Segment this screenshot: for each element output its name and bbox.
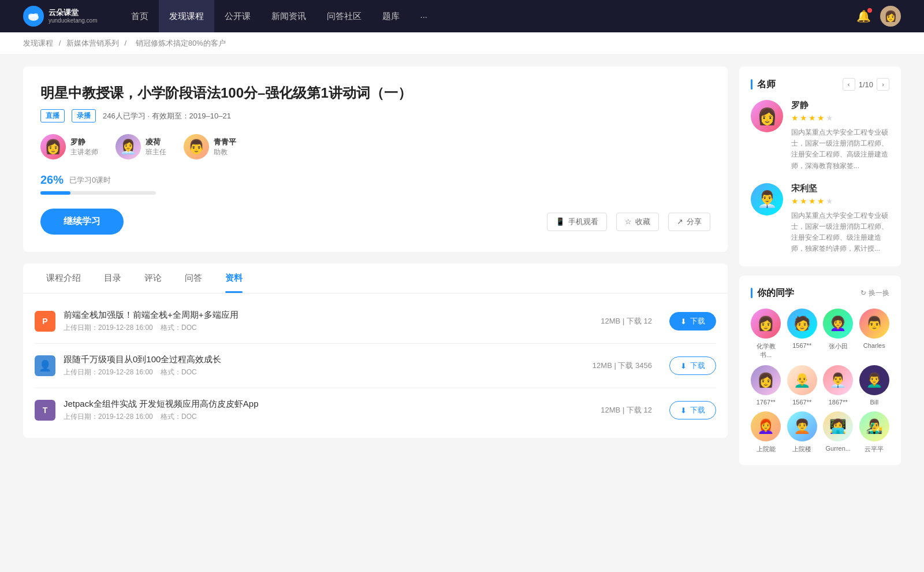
continue-button[interactable]: 继续学习 (40, 209, 124, 235)
progress-note: 已学习0课时 (69, 175, 111, 185)
teacher-1-role: 班主任 (146, 147, 166, 157)
sidebar-teacher-0-avatar: 👩 (751, 100, 783, 132)
breadcrumb-series[interactable]: 新媒体营销系列 (66, 39, 119, 47)
student-1: 🧑 1567** (787, 309, 818, 359)
refresh-icon: ↻ (860, 289, 866, 297)
star-icon: ☆ (625, 217, 632, 226)
pagination: ‹ 1/10 › (843, 78, 889, 91)
teacher-2: 👨 青青平 助教 (184, 134, 236, 159)
breadcrumb-discover[interactable]: 发现课程 (23, 39, 53, 47)
progress-section: 26% 已学习0课时 (40, 173, 710, 195)
nav-discover[interactable]: 发现课程 (159, 0, 214, 32)
student-5-avatar: 👨‍🦲 (787, 365, 817, 395)
file-list: P 前端全栈加强版！前端全栈+全周期+多端应用 上传日期：2019-12-28 … (23, 294, 728, 438)
share-icon: ↗ (677, 217, 683, 226)
main-layout: 明星中教授课，小学阶段语法100分–强化级第1讲动词（一） 直播 录播 246人… (0, 55, 924, 486)
student-11: 👨‍🎤 云平平 (859, 411, 890, 454)
file-name-1: 跟随千万级项目从0到100全过程高效成长 (64, 354, 584, 365)
tabs-card: 课程介绍 目录 评论 问答 资料 P 前端全栈加强版！前端全栈+全周期+多端应用… (23, 263, 728, 438)
student-1-name: 1567** (792, 342, 811, 349)
breadcrumb: 发现课程 / 新媒体营销系列 / 销冠修炼术搞定80%的客户 (0, 32, 924, 55)
download-button-0[interactable]: ⬇ 下载 (669, 312, 716, 330)
teacher-0-name: 罗静 (70, 137, 98, 147)
next-page-btn[interactable]: › (877, 78, 889, 91)
student-8: 👩‍🦰 上院能 (751, 411, 781, 454)
student-0-name: 化学教书... (751, 342, 781, 359)
teacher-2-name: 青青平 (214, 137, 236, 147)
teacher-1-avatar: 👩‍💼 (116, 134, 141, 159)
file-size-1: 12MB | 下载 3456 (593, 361, 652, 371)
progress-bar-fill (40, 191, 70, 195)
nav-items: 首页 发现课程 公开课 新闻资讯 问答社区 题库 ··· (121, 0, 856, 32)
nav-more[interactable]: ··· (410, 0, 438, 32)
file-name-0: 前端全栈加强版！前端全栈+全周期+多端应用 (64, 310, 593, 321)
student-9: 🧑‍🦱 上院楼 (787, 411, 818, 454)
badge-record: 录播 (72, 109, 96, 122)
student-6-name: 1867** (829, 399, 848, 406)
notification-dot (867, 8, 872, 13)
svg-point-1 (28, 14, 34, 18)
download-button-2[interactable]: ⬇ 下载 (669, 401, 716, 419)
collect-button[interactable]: ☆ 收藏 (616, 213, 659, 231)
nav-news[interactable]: 新闻资讯 (261, 0, 316, 32)
notification-bell[interactable]: 🔔 (856, 9, 871, 23)
mobile-watch-button[interactable]: 📱 手机观看 (547, 213, 607, 231)
teacher-0-role: 主讲老师 (70, 147, 98, 157)
students-sidebar-card: 你的同学 ↻ 换一换 👩 化学教书... 🧑 1567** 👩‍🦱 (739, 276, 901, 465)
nav-qa[interactable]: 问答社区 (316, 0, 372, 32)
student-6: 👨‍💼 1867** (823, 365, 854, 406)
student-9-avatar: 🧑‍🦱 (787, 411, 817, 441)
tab-materials[interactable]: 资料 (214, 263, 254, 293)
student-4-avatar: 👩 (751, 365, 781, 395)
breadcrumb-current: 销冠修炼术搞定80%的客户 (136, 39, 226, 47)
file-size-2: 12MB | 下载 12 (601, 405, 652, 415)
course-students: 246人已学习 · 有效期至：2019–10–21 (103, 111, 231, 121)
download-icon-0: ⬇ (680, 317, 687, 326)
student-9-name: 上院楼 (792, 445, 811, 454)
course-meta: 直播 录播 246人已学习 · 有效期至：2019–10–21 (40, 109, 710, 122)
logo-sub: yunduoketang.com (49, 17, 98, 24)
course-actions: 继续学习 📱 手机观看 ☆ 收藏 ↗ 分享 (40, 209, 710, 235)
student-2: 👩‍🦱 张小田 (823, 309, 854, 359)
tab-intro[interactable]: 课程介绍 (35, 263, 92, 293)
file-item-1: 👤 跟随千万级项目从0到100全过程高效成长 上传日期：2019-12-28 1… (35, 344, 716, 388)
user-avatar[interactable]: 👩 (880, 6, 901, 27)
student-7-avatar: 👨‍🦱 (859, 365, 889, 395)
student-10: 👩‍💻 Gurren... (823, 411, 854, 454)
file-item-0: P 前端全栈加强版！前端全栈+全周期+多端应用 上传日期：2019-12-28 … (35, 299, 716, 344)
share-button[interactable]: ↗ 分享 (668, 213, 710, 231)
tab-catalog[interactable]: 目录 (92, 263, 133, 293)
student-0: 👩 化学教书... (751, 309, 781, 359)
tab-qa[interactable]: 问答 (173, 263, 214, 293)
file-meta-1: 上传日期：2019-12-28 16:00 格式：DOC (64, 367, 584, 377)
refresh-students-button[interactable]: ↻ 换一换 (860, 288, 889, 298)
download-button-1[interactable]: ⬇ 下载 (669, 356, 716, 375)
student-4: 👩 1767** (751, 365, 781, 406)
nav-quiz[interactable]: 题库 (372, 0, 410, 32)
nav-open[interactable]: 公开课 (214, 0, 261, 32)
student-5: 👨‍🦲 1567** (787, 365, 818, 406)
tab-review[interactable]: 评论 (133, 263, 173, 293)
student-11-avatar: 👨‍🎤 (859, 411, 889, 441)
teacher-1-name: 凌荷 (146, 137, 166, 147)
student-1-avatar: 🧑 (787, 309, 817, 339)
student-8-avatar: 👩‍🦰 (751, 411, 781, 441)
file-item-2: T Jetpack全组件实战 开发短视频应用高仿皮皮虾App 上传日期：2019… (35, 388, 716, 432)
sidebar: 名师 ‹ 1/10 › 👩 罗静 ★ ★ ★ ★ (739, 66, 901, 474)
nav-home[interactable]: 首页 (121, 0, 159, 32)
student-3-avatar: 👨 (859, 309, 889, 339)
prev-page-btn[interactable]: ‹ (843, 78, 855, 91)
sidebar-teacher-0-desc: 国内某重点大学安全工程专业硕士，国家一级注册消防工程师、注册安全工程师、高级注册… (791, 127, 889, 172)
teacher-0: 👩 罗静 主讲老师 (40, 134, 98, 159)
sidebar-teacher-1-name: 宋利坚 (791, 183, 889, 194)
students-section-bar (751, 288, 752, 298)
section-bar (751, 79, 752, 90)
tabs-header: 课程介绍 目录 评论 问答 资料 (23, 263, 728, 294)
student-11-name: 云平平 (865, 445, 884, 454)
logo[interactable]: 云朵课堂 yunduoketang.com (23, 6, 98, 27)
sidebar-teacher-1-desc: 国内某重点大学安全工程专业硕士，国家一级注册消防工程师、注册安全工程师、级注册建… (791, 210, 889, 255)
file-icon-0: P (35, 311, 55, 332)
teacher-2-role: 助教 (214, 147, 236, 157)
course-header-card: 明星中教授课，小学阶段语法100分–强化级第1讲动词（一） 直播 录播 246人… (23, 66, 728, 252)
sidebar-teacher-1-stars: ★ ★ ★ ★ ★ (791, 196, 889, 206)
